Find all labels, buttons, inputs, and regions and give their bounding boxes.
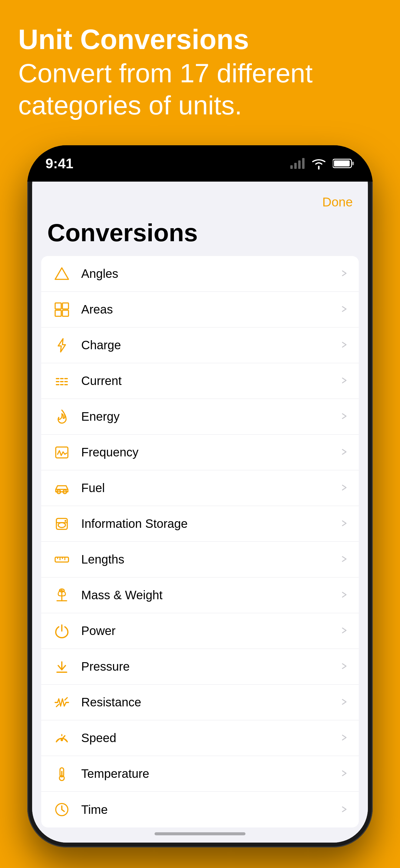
flame-icon (52, 406, 72, 427)
chevron-icon (340, 339, 348, 352)
clock-icon (52, 799, 72, 820)
chevron-icon (340, 446, 348, 459)
item-label-energy: Energy (81, 410, 340, 424)
svg-rect-14 (56, 447, 68, 458)
item-label-resistance: Resistance (81, 695, 340, 709)
resistance-icon (52, 692, 72, 713)
list-item-current[interactable]: Current (41, 363, 359, 399)
item-label-areas: Areas (81, 303, 340, 316)
list-item-power[interactable]: Power (41, 613, 359, 649)
svg-point-20 (64, 520, 66, 522)
speedometer-icon (52, 728, 72, 748)
item-label-mass-weight: Mass & Weight (81, 588, 340, 602)
nav-bar: Done (32, 186, 368, 216)
list-item-angles[interactable]: Angles (41, 256, 359, 292)
svg-rect-9 (55, 310, 61, 316)
item-label-current: Current (81, 374, 340, 388)
svg-rect-0 (290, 165, 293, 169)
chevron-icon (340, 803, 348, 816)
svg-line-42 (62, 810, 64, 811)
chevron-icon (340, 267, 348, 280)
car-icon (52, 478, 72, 498)
svg-rect-10 (62, 310, 68, 316)
chevron-icon (340, 374, 348, 388)
svg-rect-6 (334, 160, 350, 166)
svg-rect-7 (55, 303, 61, 309)
dynamic-island (167, 151, 233, 173)
header-section: Unit Conversions Convert from 17 differe… (18, 24, 382, 121)
chevron-icon (340, 767, 348, 780)
item-label-power: Power (81, 624, 340, 638)
current-icon (52, 371, 72, 391)
grid-icon (52, 299, 72, 320)
header-title: Unit Conversions (18, 24, 382, 55)
page-title: Conversions (32, 216, 368, 256)
chevron-icon (340, 517, 348, 530)
item-label-angles: Angles (81, 267, 340, 281)
svg-rect-5 (352, 162, 354, 165)
status-icons (290, 157, 354, 169)
harddrive-icon (52, 514, 72, 534)
ruler-icon (52, 549, 72, 570)
svg-point-18 (58, 523, 65, 528)
item-label-information-storage: Information Storage (81, 517, 340, 531)
frequency-icon (52, 442, 72, 463)
list-item-resistance[interactable]: Resistance (41, 685, 359, 720)
chevron-icon (340, 410, 348, 423)
list-item-speed[interactable]: Speed (41, 720, 359, 756)
item-label-temperature: Temperature (81, 767, 340, 780)
list-item-time[interactable]: Time (41, 792, 359, 828)
svg-line-31 (65, 698, 67, 700)
list-item-information-storage[interactable]: Information Storage (41, 506, 359, 542)
list-item-energy[interactable]: Energy (41, 399, 359, 435)
svg-line-30 (56, 704, 59, 707)
list-item-charge[interactable]: Charge (41, 328, 359, 363)
chevron-icon (340, 732, 348, 745)
list-item-areas[interactable]: Areas (41, 292, 359, 328)
svg-rect-8 (62, 303, 68, 309)
done-button[interactable]: Done (322, 195, 353, 210)
chevron-icon (340, 553, 348, 566)
item-label-fuel: Fuel (81, 481, 340, 495)
battery-icon (333, 158, 354, 169)
signal-icon (290, 158, 305, 169)
header-subtitle: Convert from 17 different categories of … (18, 57, 382, 121)
item-label-speed: Speed (81, 731, 340, 745)
chevron-icon (340, 303, 348, 316)
item-label-pressure: Pressure (81, 660, 340, 673)
phone-screen: Done Conversions Angles (32, 150, 368, 843)
chevron-icon (340, 589, 348, 602)
svg-rect-3 (302, 158, 305, 169)
chevron-icon (340, 482, 348, 495)
content-area: Done Conversions Angles (32, 186, 368, 843)
svg-point-33 (61, 739, 63, 741)
chevron-icon (340, 624, 348, 638)
list-item-frequency[interactable]: Frequency (41, 435, 359, 470)
chevron-icon (340, 660, 348, 673)
chevron-icon (340, 696, 348, 709)
wifi-icon (311, 157, 327, 169)
triangle-icon (52, 264, 72, 284)
list-item-lengths[interactable]: Lengths (41, 542, 359, 578)
item-label-charge: Charge (81, 338, 340, 352)
item-label-frequency: Frequency (81, 445, 340, 459)
svg-rect-2 (298, 160, 301, 169)
list-item-temperature[interactable]: Temperature (41, 756, 359, 792)
list-item-fuel[interactable]: Fuel (41, 470, 359, 506)
thermometer-icon (52, 764, 72, 784)
bolt-icon (52, 335, 72, 355)
pressure-icon (52, 656, 72, 677)
scale-icon (52, 585, 72, 606)
item-label-time: Time (81, 803, 340, 816)
conversions-list: Angles Areas Charge (41, 256, 359, 828)
item-label-lengths: Lengths (81, 553, 340, 566)
home-indicator (154, 832, 246, 835)
list-item-pressure[interactable]: Pressure (41, 649, 359, 685)
phone-frame: 9:41 (27, 145, 373, 847)
svg-rect-1 (294, 163, 297, 169)
power-icon (52, 621, 72, 641)
list-item-mass-weight[interactable]: Mass & Weight (41, 578, 359, 613)
